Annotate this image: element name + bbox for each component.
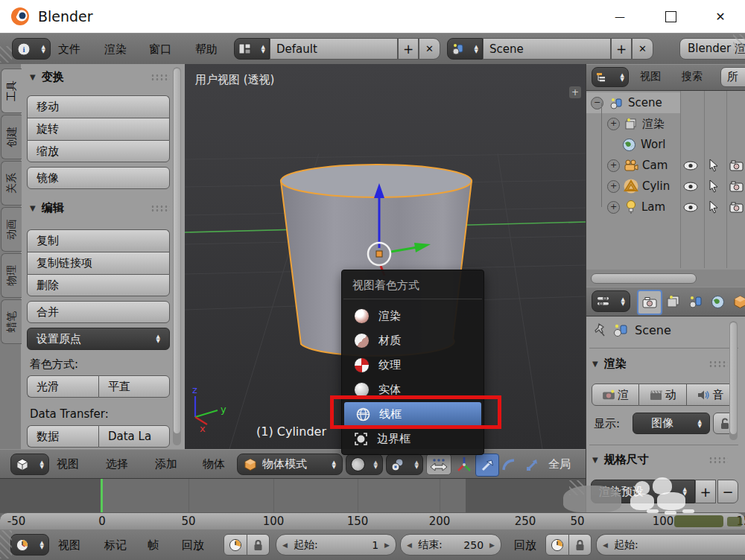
close-button[interactable]: ✕ — [696, 10, 745, 24]
join-button[interactable]: 合并 — [27, 301, 170, 323]
menu-view3d-add[interactable]: 添加 — [155, 450, 177, 478]
menu-timeline-view[interactable]: 视图 — [58, 531, 80, 559]
visibility-eye-icon[interactable] — [683, 203, 698, 212]
menu-view3d-view[interactable]: 视图 — [57, 450, 79, 478]
menu-timeline-frame[interactable]: 帧 — [148, 531, 159, 559]
menu-view3d-select[interactable]: 选择 — [106, 450, 128, 478]
duplicate-linked-button[interactable]: 复制链接项 — [27, 252, 170, 274]
rotate-manipulator-button[interactable] — [499, 455, 520, 474]
outliner-scrollbar[interactable] — [586, 270, 745, 287]
renderable-camera-icon[interactable] — [729, 160, 744, 171]
data-transfer-layout-button[interactable]: Data La — [98, 425, 170, 448]
shelf-tab-create[interactable]: 创建 — [1, 115, 22, 159]
region-corner-grip[interactable] — [733, 34, 745, 51]
region-corner-grip[interactable] — [0, 530, 12, 559]
visibility-eye-icon[interactable] — [683, 161, 698, 171]
add-scene-button[interactable]: + — [611, 38, 632, 60]
panel-grip-icon[interactable] — [708, 360, 728, 367]
scale-button[interactable]: 缩放 — [27, 140, 170, 162]
scale-manipulator-button[interactable] — [522, 455, 542, 474]
menu-render[interactable]: 渲染 — [104, 35, 127, 63]
outliner-row-lamp[interactable]: + Lam — [586, 197, 745, 217]
delete-layout-button[interactable]: ✕ — [419, 38, 440, 60]
playhead-current-frame[interactable] — [101, 479, 103, 513]
panel-grip-icon[interactable] — [708, 456, 728, 463]
shading-option-bounding-box[interactable]: 边界框 — [342, 427, 484, 451]
mode-dropdown[interactable]: 物体模式 ▲▼ — [237, 454, 343, 475]
panel-grip-icon[interactable] — [150, 205, 170, 211]
stepper-left-icon[interactable]: ◀ — [603, 541, 608, 549]
screen-layout-name-field[interactable]: Default — [270, 38, 398, 60]
lock-frame-button-2[interactable] — [569, 534, 592, 556]
mirror-button[interactable]: 镜像 — [27, 167, 170, 189]
shade-flat-button[interactable]: 平直 — [98, 375, 170, 398]
menu-help[interactable]: 帮助 — [195, 35, 218, 63]
viewport-plus-button[interactable]: + — [569, 86, 581, 98]
menu-timeline2-playback[interactable]: 回放 — [514, 531, 536, 559]
menu-file[interactable]: 文件 — [58, 35, 80, 63]
render-still-button[interactable]: 渲 — [592, 384, 639, 406]
editor-type-selector-timeline[interactable]: ▲▼ — [10, 534, 49, 556]
properties-tab-object[interactable] — [729, 291, 745, 312]
lock-frame-button[interactable] — [247, 534, 270, 556]
properties-tab-world[interactable] — [707, 291, 728, 312]
stepper-left-icon[interactable]: ◀ — [282, 541, 288, 549]
set-origin-dropdown[interactable]: 设置原点 ▲▼ — [27, 328, 170, 350]
add-layout-button[interactable]: + — [398, 38, 419, 60]
shading-option-texture[interactable]: 纹理 — [342, 353, 484, 378]
start-frame-field-2[interactable]: ◀ 起始: — [596, 534, 745, 556]
tool-shelf-scrollbar[interactable] — [173, 67, 181, 445]
orientation-dropdown[interactable]: 全局 — [548, 450, 571, 479]
edit-panel-header[interactable]: ▼ 编辑 — [30, 200, 170, 216]
render-audio-button[interactable]: 音 — [687, 384, 735, 406]
timeline-frame-ruler[interactable]: -50 0 50 100 150 200 250 50 100 15 — [0, 512, 745, 530]
properties-scrollbar[interactable] — [729, 321, 738, 440]
outliner-row-cylinder[interactable]: + Cylin — [586, 176, 745, 197]
render-panel-header[interactable]: ▼ 渲染 — [592, 355, 738, 372]
scene-name-field[interactable]: Scene — [483, 38, 611, 60]
outliner-row-render[interactable]: + 渲染 — [586, 113, 680, 134]
screen-layout-icon-button[interactable]: ▲▼ — [234, 38, 270, 60]
shelf-tab-animation[interactable]: 动画 — [1, 207, 22, 252]
outliner-row-camera[interactable]: + Cam — [586, 155, 745, 176]
viewport-shading-dropdown[interactable]: ▲▼ — [346, 454, 383, 475]
menu-timeline-marker[interactable]: 标记 — [104, 531, 127, 559]
renderable-camera-icon[interactable] — [729, 202, 744, 213]
duplicate-button[interactable]: 复制 — [27, 229, 170, 252]
rotate-button[interactable]: 旋转 — [27, 118, 170, 140]
manipulator-toggle-button[interactable] — [426, 454, 451, 475]
start-frame-field[interactable]: ◀ 起始: 1 ▶ — [276, 534, 396, 556]
expand-plus-icon[interactable]: + — [607, 201, 620, 214]
outliner-filter-dropdown[interactable]: 所 — [720, 67, 745, 87]
menu-timeline-playback[interactable]: 回放 — [182, 531, 204, 559]
expand-plus-icon[interactable]: + — [607, 180, 620, 193]
shelf-tab-tools[interactable]: 工具 — [1, 69, 22, 113]
minimize-button[interactable]: — — [595, 10, 645, 22]
shelf-tab-relations[interactable]: 关系 — [1, 161, 22, 206]
time-sync-button[interactable] — [224, 534, 247, 556]
add-preset-button[interactable]: + — [695, 480, 716, 503]
properties-tab-render-layers[interactable] — [662, 291, 683, 312]
outliner-row-world[interactable]: Worl — [586, 134, 680, 155]
delete-button[interactable]: 删除 — [27, 274, 170, 296]
shade-smooth-button[interactable]: 光滑 — [27, 375, 98, 398]
remove-preset-button[interactable]: − — [717, 480, 738, 503]
display-mode-dropdown[interactable]: 图像 ▲▼ — [633, 413, 710, 434]
outliner-menu-search[interactable]: 搜索 — [682, 70, 703, 83]
time-sync-button-2[interactable] — [545, 534, 569, 556]
dimensions-panel-header[interactable]: ▼ 规格尺寸 — [592, 451, 738, 468]
end-frame-field[interactable]: ◀ 结束: 250 ▶ — [400, 534, 501, 556]
render-animation-button[interactable]: 动 — [639, 384, 687, 406]
selectable-cursor-icon[interactable] — [708, 179, 719, 193]
shading-option-material[interactable]: 材质 — [342, 328, 484, 353]
maximize-button[interactable] — [645, 11, 696, 22]
editor-type-selector-info[interactable]: i ▲▼ — [12, 38, 51, 60]
properties-tab-scene[interactable] — [685, 291, 706, 312]
expand-plus-icon[interactable]: + — [607, 159, 620, 172]
expand-plus-icon[interactable]: + — [607, 118, 620, 130]
scene-icon-button[interactable]: ▲▼ — [447, 38, 483, 60]
menu-window[interactable]: 窗口 — [149, 35, 171, 63]
move-button[interactable]: 移动 — [27, 95, 170, 118]
panel-grip-icon[interactable] — [150, 74, 170, 80]
breadcrumb-scene[interactable]: Scene — [635, 323, 671, 337]
